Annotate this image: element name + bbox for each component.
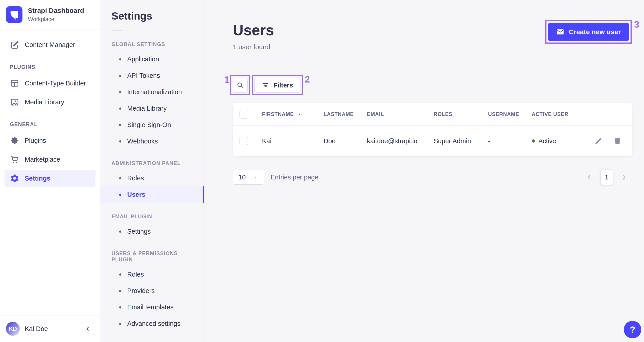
trash-icon: [613, 137, 622, 145]
cell-username: -: [488, 137, 532, 145]
question-mark-icon: ?: [630, 325, 635, 335]
active-status-dot: [532, 139, 535, 143]
sort-caret-icon: [297, 112, 302, 117]
nav-item-marketplace[interactable]: Marketplace: [4, 151, 96, 168]
nav-item-plugins[interactable]: Plugins: [4, 132, 96, 149]
main-nav: Content Manager PLUGINS Content-Type Bui…: [0, 30, 100, 315]
user-count: 1 user found: [233, 43, 274, 51]
cell-email: kai.doe@strapi.io: [367, 137, 434, 145]
filter-icon: [262, 81, 270, 89]
settings-item-admin-users[interactable]: Users: [100, 186, 204, 203]
column-header-firstname[interactable]: FIRSTNAME: [262, 111, 294, 117]
page-title: Users: [233, 22, 274, 39]
annotation-label-3: 3: [634, 20, 639, 29]
section-email-plugin: EMAIL PLUGIN: [112, 214, 193, 220]
settings-item-email-settings[interactable]: Settings: [100, 223, 204, 240]
image-icon: [10, 97, 19, 107]
cell-lastname: Doe: [324, 137, 367, 145]
column-header-lastname[interactable]: LASTNAME: [324, 111, 367, 117]
nav-item-label: Media Library: [25, 99, 64, 106]
settings-title: Settings: [112, 10, 193, 22]
settings-item-email-templates[interactable]: Email templates: [100, 299, 204, 315]
nav-item-label: Settings: [25, 175, 50, 182]
section-users-permissions-plugin: USERS & PERMISSIONS PLUGIN: [112, 250, 193, 263]
collapse-sidebar-button[interactable]: [81, 322, 94, 335]
cart-icon: [10, 155, 19, 164]
pencil-icon: [594, 137, 602, 145]
column-header-roles[interactable]: ROLES: [434, 111, 488, 117]
edit-user-button[interactable]: [593, 136, 603, 146]
strapi-logo-icon: [6, 6, 22, 23]
nav-item-content-manager[interactable]: Content Manager: [4, 36, 96, 53]
search-icon: [236, 81, 244, 89]
select-all-checkbox[interactable]: [240, 110, 248, 119]
sidebar-footer: KD Kai Doe: [0, 315, 100, 342]
annotation-label-1: 1: [224, 75, 230, 85]
app-title: Strapi Dashboard: [28, 7, 84, 15]
help-button[interactable]: ?: [624, 321, 641, 338]
workspace-brand[interactable]: Strapi Dashboard Workplace: [0, 0, 100, 30]
annotation-label-2: 2: [305, 75, 310, 84]
layout-icon: [10, 79, 19, 88]
nav-item-label: Marketplace: [25, 156, 60, 163]
status-badge: Active: [532, 137, 582, 145]
previous-page-button[interactable]: [584, 172, 594, 182]
nav-item-label: Content Manager: [25, 41, 75, 49]
settings-item-up-roles[interactable]: Roles: [100, 266, 204, 283]
nav-item-content-type-builder[interactable]: Content-Type Builder: [4, 75, 96, 92]
nav-item-settings[interactable]: Settings: [4, 170, 96, 187]
settings-item-internationalization[interactable]: Internationalization: [100, 84, 204, 100]
settings-item-media-library[interactable]: Media Library: [100, 100, 204, 117]
settings-item-api-tokens[interactable]: API Tokens: [100, 68, 204, 84]
users-table: FIRSTNAME LASTNAME EMAIL ROLES USERNAME …: [233, 103, 632, 156]
main-content: Users 1 user found Create new user 3: [204, 0, 644, 342]
user-avatar[interactable]: KD: [6, 322, 20, 336]
settings-sidebar: Settings GLOBAL SETTINGS Application API…: [100, 0, 204, 342]
settings-item-admin-roles[interactable]: Roles: [100, 170, 204, 186]
chevron-left-icon: [585, 173, 593, 181]
divider: [112, 30, 122, 31]
settings-item-single-sign-on[interactable]: Single Sign-On: [100, 117, 204, 133]
cell-roles: Super Admin: [434, 137, 488, 145]
cell-firstname: Kai: [262, 137, 324, 145]
row-checkbox[interactable]: [240, 137, 248, 145]
puzzle-icon: [10, 136, 19, 145]
nav-item-label: Plugins: [25, 137, 46, 144]
search-button[interactable]: [233, 78, 248, 93]
settings-item-webhooks[interactable]: Webhooks: [100, 133, 204, 150]
settings-item-application[interactable]: Application: [100, 51, 204, 68]
nav-item-media-library[interactable]: Media Library: [4, 94, 96, 111]
table-row[interactable]: Kai Doe kai.doe@strapi.io Super Admin - …: [233, 126, 632, 156]
chevron-left-icon: [84, 325, 91, 332]
column-header-username[interactable]: USERNAME: [488, 111, 532, 117]
nav-section-plugins: PLUGINS: [10, 64, 90, 70]
column-header-email[interactable]: EMAIL: [367, 111, 434, 117]
user-name: Kai Doe: [25, 325, 76, 332]
section-administration-panel: ADMINISTRATION PANEL: [112, 160, 193, 166]
settings-item-advanced-settings[interactable]: Advanced settings: [100, 315, 204, 332]
filters-button[interactable]: Filters: [254, 78, 300, 93]
nav-item-label: Content-Type Builder: [25, 80, 86, 87]
settings-item-providers[interactable]: Providers: [100, 283, 204, 299]
table-header-row: FIRSTNAME LASTNAME EMAIL ROLES USERNAME …: [233, 103, 632, 126]
entries-per-page-label: Entries per page: [270, 174, 318, 181]
pen-square-icon: [10, 40, 19, 50]
page-number-1[interactable]: 1: [601, 170, 613, 185]
envelope-icon: [556, 28, 564, 36]
section-global-settings: GLOBAL SETTINGS: [112, 41, 193, 48]
chevron-right-icon: [620, 173, 628, 181]
main-sidebar: Strapi Dashboard Workplace Content Manag…: [0, 0, 100, 342]
create-new-user-button[interactable]: Create new user: [548, 23, 629, 41]
nav-section-general: GENERAL: [10, 121, 90, 128]
gear-icon: [10, 174, 19, 183]
delete-user-button[interactable]: [612, 136, 623, 146]
entries-per-page-select[interactable]: 10: [233, 170, 264, 185]
workspace-name: Workplace: [28, 16, 84, 23]
column-header-active-user[interactable]: ACTIVE USER: [532, 111, 582, 117]
caret-down-icon: [253, 174, 259, 180]
next-page-button[interactable]: [620, 172, 629, 182]
